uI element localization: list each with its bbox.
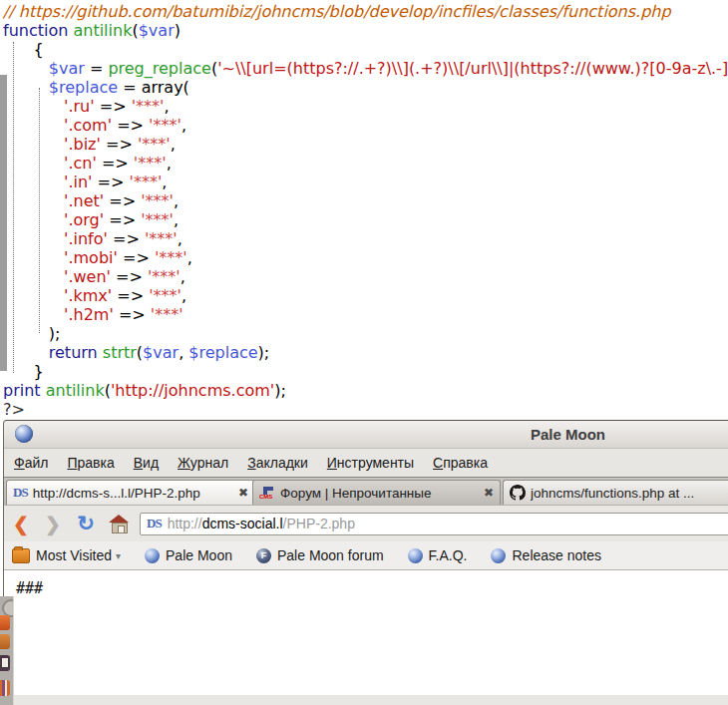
code-line: '.h2m' => '***' (3, 305, 728, 324)
code-line: '.wen' => '***', (3, 267, 728, 286)
menu-item[interactable]: Закладки (247, 455, 308, 471)
launcher-strip (0, 596, 14, 705)
page-text: ### (16, 579, 43, 597)
cms-favicon-icon: CMS (259, 485, 275, 501)
url-text: http://dcms-social.l/PHP-2.php (168, 516, 355, 531)
tab-strip: DShttp://dcms-s...l.l/PHP-2.php✖CMSФорум… (4, 477, 728, 505)
close-icon[interactable]: ✖ (238, 486, 248, 500)
url-scheme: http:// (168, 516, 202, 531)
bookmarks-toolbar: Most Visited▾Pale MoonFPale Moon forumF.… (4, 541, 728, 570)
globe-f-icon: F (256, 548, 271, 563)
code-line: ?> (3, 400, 728, 419)
browser-window: Pale Moon ФайлПравкаВидЖурналЗакладкиИнс… (3, 420, 728, 705)
code-line: '.kmx' => '***', (3, 286, 728, 305)
code-line: print antilink('http://johncms.com'); (3, 381, 728, 400)
code-line: $var = preg_replace('~\\[url=(https?://.… (3, 59, 728, 78)
tab-title: http://dcms-s...l.l/PHP-2.php (33, 486, 233, 501)
menu-item[interactable]: Инструменты (327, 455, 414, 471)
code-line: '.cn' => '***', (3, 154, 728, 173)
launcher-icon[interactable] (0, 615, 10, 630)
code-line: '.in' => '***', (3, 173, 728, 191)
code-line: '.mobi' => '***', (3, 248, 728, 267)
github-octocat-icon (510, 485, 526, 501)
title-bar[interactable]: Pale Moon (4, 421, 728, 449)
globe-icon (145, 548, 160, 563)
menu-item[interactable]: Вид (134, 455, 159, 471)
window-title: Pale Moon (531, 426, 605, 443)
code-line: '.biz' => '***', (3, 135, 728, 154)
back-icon[interactable]: ❮ (10, 513, 32, 535)
code-line: } (3, 362, 728, 381)
browser-tab[interactable]: johncms/functions.php at ... (503, 480, 728, 505)
menu-item[interactable]: Журнал (178, 455, 228, 471)
tab-title: Форум | Непрочитанные (280, 486, 479, 501)
code-line: '.ru' => '***', (3, 97, 728, 116)
code-line: $replace = array( (3, 78, 728, 97)
folder-icon (12, 548, 30, 563)
code-line: { (3, 40, 728, 59)
forward-icon[interactable]: ❯ (42, 513, 64, 535)
code-line: '.net' => '***', (3, 191, 728, 210)
site-favicon: DS (147, 516, 162, 531)
home-icon[interactable] (108, 515, 130, 532)
bookmark-item[interactable]: F.A.Q. (408, 547, 468, 563)
bookmark-label: Pale Moon forum (277, 547, 384, 563)
code-line: '.com' => '***', (3, 116, 728, 135)
chevron-down-icon: ▾ (116, 550, 121, 561)
left-strip (0, 420, 3, 596)
bookmark-label: Release notes (512, 547, 601, 563)
browser-tab[interactable]: CMSФорум | Непрочитанные✖ (252, 480, 501, 505)
menu-item[interactable]: Файл (14, 455, 48, 471)
editor-marker-strip (0, 75, 7, 371)
code-line: ); (3, 324, 728, 343)
code-line: function antilink($var) (3, 21, 728, 40)
launcher-icon[interactable] (0, 680, 10, 696)
bookmark-item[interactable]: Pale Moon (145, 547, 232, 563)
code-line: '.org' => '***', (3, 210, 728, 229)
code-line: return strtr($var, $replace); (3, 343, 728, 362)
globe-icon (491, 548, 506, 563)
code-area[interactable]: // https://github.com/batumibiz/johncms/… (3, 2, 728, 419)
bookmark-label: F.A.Q. (429, 547, 468, 563)
url-domain: dcms-social.l (202, 516, 283, 531)
code-editor: // https://github.com/batumibiz/johncms/… (0, 0, 728, 420)
bookmark-label: Pale Moon (166, 547, 232, 563)
refresh-icon[interactable]: ↻ (74, 512, 98, 535)
browser-tab[interactable]: DShttp://dcms-s...l.l/PHP-2.php✖ (6, 480, 255, 505)
bookmark-item[interactable]: Most Visited▾ (12, 547, 121, 563)
url-path: /PHP-2.php (283, 516, 355, 531)
menu-item[interactable]: Справка (433, 455, 488, 471)
close-icon[interactable]: ✖ (484, 486, 494, 500)
menu-item[interactable]: Правка (67, 455, 114, 471)
ds-favicon-icon: DS (13, 485, 28, 501)
bookmark-item[interactable]: FPale Moon forum (256, 547, 384, 563)
globe-icon (408, 548, 423, 563)
code-line: // https://github.com/batumibiz/johncms/… (3, 2, 728, 21)
bookmark-item[interactable]: Release notes (491, 547, 601, 563)
pale-moon-logo-icon (15, 425, 33, 443)
tab-title: johncms/functions.php at ... (531, 486, 728, 501)
page-content: ### (4, 570, 728, 695)
address-bar[interactable]: DS http://dcms-social.l/PHP-2.php (140, 513, 728, 535)
launcher-icon[interactable] (0, 655, 10, 671)
menu-bar: ФайлПравкаВидЖурналЗакладкиИнструментыСп… (4, 449, 728, 477)
code-line: '.info' => '***', (3, 229, 728, 248)
launcher-icon[interactable] (0, 634, 10, 649)
navigation-toolbar: ❮ ❯ ↻ DS http://dcms-social.l/PHP-2.php (4, 505, 728, 541)
bookmark-label: Most Visited (36, 547, 112, 563)
